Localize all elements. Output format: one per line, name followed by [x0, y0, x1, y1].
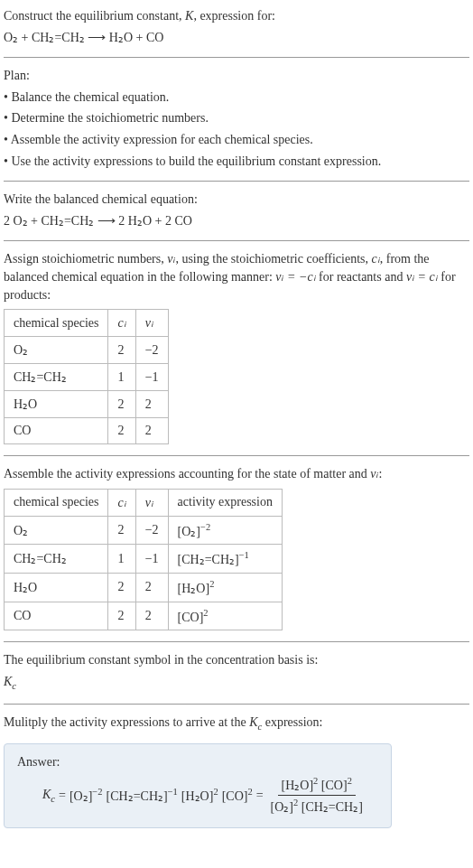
cell-species: H₂O	[5, 574, 108, 602]
cell-species: O₂	[5, 516, 108, 545]
stoich-text: Assign stoichiometric numbers, νᵢ, using…	[4, 250, 469, 303]
divider	[4, 57, 469, 58]
answer-formula: Kc = [O₂]−2 [CH₂=CH₂]−1 [H₂O]2 [CO]2 = […	[17, 777, 378, 815]
act-base: [O₂]	[178, 524, 200, 537]
cell-activity: [H₂O]2	[168, 574, 282, 602]
num1-base: [H₂O]	[282, 779, 314, 792]
intro-text-post: , expression for:	[193, 9, 275, 23]
cell-ci: 2	[108, 418, 135, 444]
arrow-icon: ⟶	[88, 31, 106, 44]
num1-exp: 2	[313, 777, 318, 787]
cell-species: CH₂=CH₂	[5, 545, 108, 574]
intro-line1: Construct the equilibrium constant, K, e…	[4, 7, 469, 25]
cell-activity: [CO]2	[168, 602, 282, 630]
plan-section: Plan: • Balance the chemical equation. •…	[4, 67, 469, 170]
activity-section: Assemble the activity expressions accoun…	[4, 465, 469, 630]
kc-K: K	[4, 675, 12, 688]
cell-species: CH₂=CH₂	[5, 364, 108, 391]
t3-base: [H₂O]	[181, 789, 214, 803]
kc-lhs: Kc	[42, 788, 55, 804]
balanced-section: Write the balanced chemical equation: 2 …	[4, 191, 469, 229]
act-base: [CO]	[178, 610, 204, 623]
table-row: O₂ 2 −2	[5, 337, 169, 364]
act-base: [CH₂=CH₂]	[178, 553, 239, 566]
stoich-text-b: , using the stoichiometric coefficients,	[175, 252, 371, 266]
den-2: [CH₂=CH₂]	[301, 800, 363, 814]
activity-nu: νᵢ	[370, 467, 378, 481]
table-row: CO 2 2	[5, 418, 169, 444]
fraction: [H₂O]2 [CO]2 [O₂]2 [CH₂=CH₂]	[267, 777, 366, 815]
cell-ci: 1	[108, 364, 135, 391]
divider	[4, 455, 469, 456]
cell-nui: 2	[135, 391, 168, 418]
t2-base: [CH₂=CH₂]	[107, 789, 168, 803]
num-2: [CO]2	[321, 779, 352, 792]
col-nui: νᵢ	[135, 489, 168, 516]
col-species: chemical species	[5, 489, 108, 516]
cell-nui: 2	[135, 602, 168, 630]
plan-bullet-1: • Balance the chemical equation.	[4, 89, 469, 107]
den2-base: [CH₂=CH₂]	[301, 800, 363, 814]
col-ci: cᵢ	[108, 310, 135, 337]
divider	[4, 641, 469, 642]
table-row: H₂O 2 2 [H₂O]2	[5, 574, 283, 602]
final-section: Mulitply the activity expressions to arr…	[4, 714, 469, 827]
cell-activity: [O₂]−2	[168, 516, 282, 545]
symbol-line: The equilibrium constant symbol in the c…	[4, 651, 469, 669]
cell-activity: [CH₂=CH₂]−1	[168, 545, 282, 574]
balanced-equation: 2 O₂ + CH₂=CH₂ ⟶ 2 H₂O + 2 CO	[4, 212, 469, 230]
col-species: chemical species	[5, 310, 108, 337]
term-1: [O₂]−2	[70, 787, 103, 804]
cell-ci: 1	[108, 545, 135, 574]
act-exp: −1	[239, 550, 249, 560]
intro-text-pre: Construct the equilibrium constant,	[4, 9, 185, 23]
equals: =	[59, 789, 66, 803]
table-row: CO 2 2 [CO]2	[5, 602, 283, 630]
num-1: [H₂O]2	[282, 779, 319, 792]
cell-nui: −1	[135, 364, 168, 391]
kc-K: K	[42, 788, 51, 801]
col-nui: νᵢ	[135, 310, 168, 337]
cell-ci: 2	[108, 574, 135, 602]
t3-exp: 2	[213, 787, 218, 797]
symbol-section: The equilibrium constant symbol in the c…	[4, 651, 469, 693]
act-exp: −2	[200, 522, 210, 532]
intro-eqn-rhs: H₂O + CO	[109, 31, 164, 44]
term-2: [CH₂=CH₂]−1	[107, 787, 178, 804]
stoich-section: Assign stoichiometric numbers, νᵢ, using…	[4, 250, 469, 444]
fraction-denominator: [O₂]2 [CH₂=CH₂]	[267, 796, 366, 815]
cell-species: CO	[5, 602, 108, 630]
cell-species: O₂	[5, 337, 108, 364]
plan-bullet-3: • Assemble the activity expression for e…	[4, 131, 469, 149]
cell-nui: −1	[135, 545, 168, 574]
cell-species: CO	[5, 418, 108, 444]
stoich-rel2: νᵢ = cᵢ	[406, 270, 438, 284]
intro-equation: O₂ + CH₂=CH₂ ⟶ H₂O + CO	[4, 29, 469, 47]
t2-exp: −1	[168, 787, 178, 797]
table-row: CH₂=CH₂ 1 −1 [CH₂=CH₂]−1	[5, 545, 283, 574]
cell-ci: 2	[108, 602, 135, 630]
intro-eqn-lhs: O₂ + CH₂=CH₂	[4, 31, 85, 44]
table-row: CH₂=CH₂ 1 −1	[5, 364, 169, 391]
den-1: [O₂]2	[271, 800, 299, 814]
activity-text-a: Assemble the activity expressions accoun…	[4, 467, 370, 481]
answer-box: Answer: Kc = [O₂]−2 [CH₂=CH₂]−1 [H₂O]2 […	[4, 743, 392, 828]
term-3: [H₂O]2	[181, 787, 218, 804]
table-row: O₂ 2 −2 [O₂]−2	[5, 516, 283, 545]
stoich-text-d: for reactants and	[316, 270, 406, 284]
stoich-c: cᵢ	[372, 252, 380, 266]
num2-exp: 2	[348, 777, 352, 787]
cell-nui: 2	[135, 418, 168, 444]
intro-section: Construct the equilibrium constant, K, e…	[4, 7, 469, 46]
table-row: H₂O 2 2	[5, 391, 169, 418]
final-kc: K	[249, 715, 257, 729]
den1-exp: 2	[293, 798, 298, 807]
answer-label: Answer:	[17, 753, 378, 771]
cell-nui: 2	[135, 574, 168, 602]
divider	[4, 181, 469, 182]
cell-ci: 2	[108, 516, 135, 545]
table-header-row: chemical species cᵢ νᵢ	[5, 310, 169, 337]
plan-heading: Plan:	[4, 67, 469, 85]
t1-exp: −2	[92, 787, 102, 797]
table-header-row: chemical species cᵢ νᵢ activity expressi…	[5, 489, 283, 516]
